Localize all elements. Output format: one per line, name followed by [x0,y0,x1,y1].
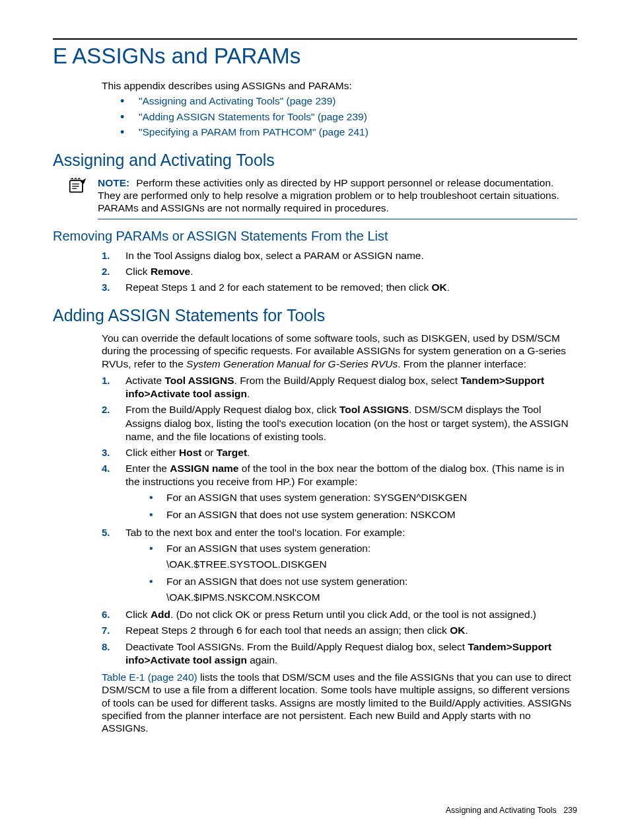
sub-bullet: For an ASSIGN that does not use system g… [149,575,577,604]
intro-bullet: "Specifying a PARAM from PATHCOM" (page … [120,126,577,138]
note-label: NOTE: [98,177,129,188]
sub-bullet: For an ASSIGN that uses system generatio… [149,491,577,504]
step-item: Click Remove. [102,265,577,278]
adding-block: You can override the default locations o… [53,332,577,735]
step-item: Tab to the next box and enter the tool's… [102,526,577,605]
note-callout: NOTE:Perform these activities only as di… [53,176,577,219]
removing-steps-block: In the Tool Assigns dialog box, select a… [53,249,577,294]
adding-steps: Activate Tool ASSIGNS. From the Build/Ap… [102,374,577,667]
note-icon [69,176,87,219]
page-footer: Assigning and Activating Tools 239 [446,806,577,815]
footer-section: Assigning and Activating Tools [446,806,557,815]
top-rule [53,38,577,40]
step-item: Repeat Steps 2 through 6 for each tool t… [102,624,577,637]
removing-steps: In the Tool Assigns dialog box, select a… [102,249,577,294]
section-title-assigning: Assigning and Activating Tools [53,151,577,170]
intro-block: This appendix describes using ASSIGNs an… [53,79,577,139]
step-item: Deactivate Tool ASSIGNs. From the Build/… [102,640,577,667]
intro-bullet: "Adding ASSIGN Statements for Tools" (pa… [120,110,577,123]
intro-text: This appendix describes using ASSIGNs an… [102,79,577,92]
step-item: Repeat Steps 1 and 2 for each statement … [102,281,577,294]
step-item: In the Tool Assigns dialog box, select a… [102,249,577,262]
subsection-title-removing: Removing PARAMs or ASSIGN Statements Fro… [53,229,577,244]
sub-bullet: For an ASSIGN that does not use system g… [149,508,577,521]
step4-sublist: For an ASSIGN that uses system generatio… [125,491,577,521]
adding-para2: Table E-1 (page 240) lists the tools tha… [102,671,577,735]
intro-bullet-list: "Assigning and Activating Tools" (page 2… [102,95,577,138]
step-item: Activate Tool ASSIGNS. From the Build/Ap… [102,374,577,401]
intro-bullet: "Assigning and Activating Tools" (page 2… [120,95,577,107]
note-text-block: NOTE:Perform these activities only as di… [98,176,577,219]
step-item: From the Build/Apply Request dialog box,… [102,403,577,443]
page-title: E ASSIGNs and PARAMs [53,44,577,69]
note-body: Perform these activities only as directe… [98,177,559,214]
section-title-adding: Adding ASSIGN Statements for Tools [53,306,577,325]
adding-intro-para: You can override the default locations o… [102,332,577,370]
table-link[interactable]: Table E-1 (page 240) [102,671,197,683]
step-item: Enter the ASSIGN name of the tool in the… [102,462,577,522]
step-item: Click either Host or Target. [102,446,577,459]
step5-sublist: For an ASSIGN that uses system generatio… [125,542,577,605]
footer-page-number: 239 [563,806,577,815]
step-item: Click Add. (Do not click OK or press Ret… [102,608,577,621]
sub-bullet: For an ASSIGN that uses system generatio… [149,542,577,571]
